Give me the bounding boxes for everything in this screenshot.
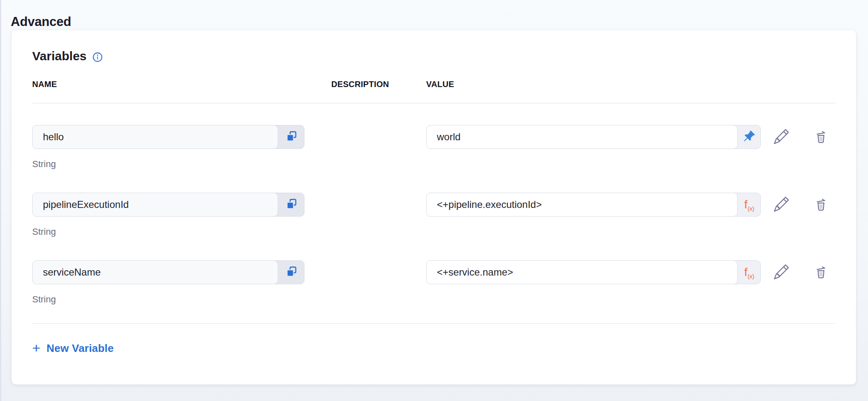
page-title: Advanced: [11, 14, 71, 29]
copy-icon: [285, 197, 298, 212]
copy-icon: [285, 265, 298, 280]
edit-variable-button[interactable]: [774, 264, 789, 280]
copy-icon: [285, 130, 298, 145]
pin-icon: [743, 130, 755, 144]
variable-row: String f(x): [32, 260, 835, 305]
bottom-divider: [32, 323, 835, 324]
copy-button[interactable]: [274, 193, 304, 217]
variables-title-text: Variables: [32, 49, 87, 63]
variable-name-input[interactable]: [32, 125, 278, 149]
trash-icon: [814, 264, 828, 281]
name-cell: String: [32, 125, 331, 170]
delete-variable-button[interactable]: [813, 197, 829, 212]
trash-icon: [814, 197, 828, 213]
value-cell: f(x): [426, 260, 761, 284]
variable-type-label: String: [32, 226, 331, 237]
column-header-description: DESCRIPTION: [331, 80, 426, 89]
name-cell: String: [32, 260, 331, 305]
edit-pencil-icon: [774, 197, 789, 213]
copy-button[interactable]: [274, 125, 304, 149]
new-variable-label: New Variable: [47, 342, 114, 355]
variable-row: String: [32, 125, 835, 170]
column-header-value: VALUE: [426, 80, 761, 89]
value-cell: f(x): [426, 193, 761, 217]
variable-name-input[interactable]: [32, 260, 278, 284]
copy-button[interactable]: [274, 260, 304, 284]
trash-icon: [814, 129, 828, 145]
plus-icon: +: [32, 341, 40, 355]
variables-card: Variables NAME DESCRIPTION VALUE: [12, 30, 856, 384]
actions-cell: [761, 260, 835, 284]
variable-type-label: String: [32, 294, 331, 305]
variable-value-input[interactable]: [426, 193, 738, 217]
variables-rows: String: [32, 104, 835, 305]
expression-icon: f(x): [744, 199, 754, 210]
delete-variable-button[interactable]: [813, 264, 829, 280]
variable-name-input[interactable]: [32, 193, 278, 217]
variable-row: String f(x): [32, 193, 835, 237]
variable-value-input[interactable]: [426, 125, 738, 149]
actions-cell: [761, 193, 835, 217]
column-header-name: NAME: [32, 80, 331, 89]
name-cell: String: [32, 193, 331, 237]
variables-section-title: Variables: [32, 49, 835, 63]
variable-type-label: String: [32, 159, 331, 170]
edit-pencil-icon: [774, 264, 789, 281]
expression-icon: f(x): [744, 267, 754, 278]
edit-pencil-icon: [774, 129, 789, 145]
info-icon[interactable]: [92, 51, 103, 61]
table-header-row: NAME DESCRIPTION VALUE: [32, 80, 835, 89]
edit-variable-button[interactable]: [774, 129, 789, 145]
edit-variable-button[interactable]: [774, 197, 789, 212]
delete-variable-button[interactable]: [813, 129, 829, 145]
new-variable-button[interactable]: + New Variable: [32, 341, 114, 355]
value-cell: [426, 125, 761, 149]
actions-cell: [761, 125, 835, 149]
variable-value-input[interactable]: [426, 260, 738, 284]
